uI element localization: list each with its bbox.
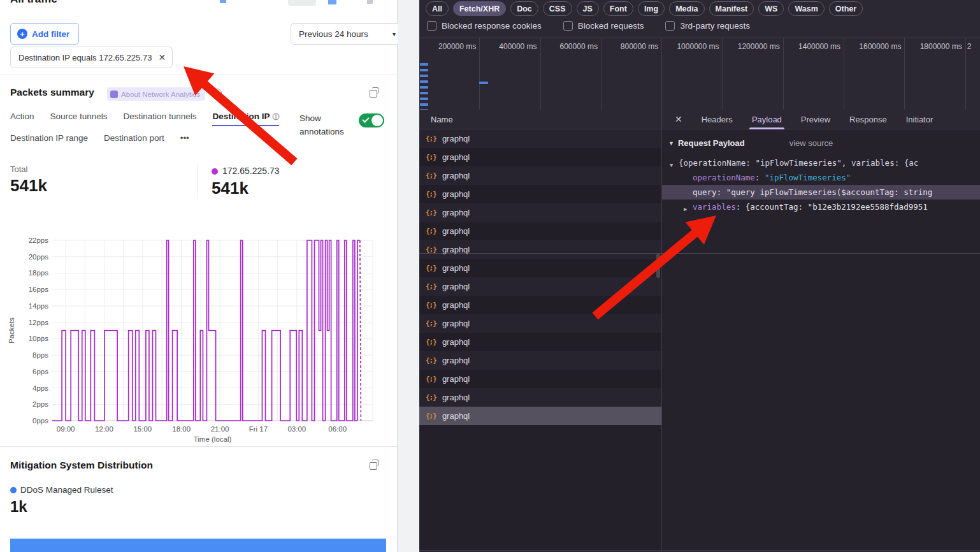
filter-pill-css[interactable]: CSS: [543, 1, 572, 16]
payload-token: :: [717, 187, 726, 197]
about-network-analytics-badge[interactable]: About Network Analytics: [107, 87, 205, 101]
request-name: graphql: [442, 263, 470, 273]
list-scrollbar-thumb[interactable]: [656, 254, 660, 278]
payload-token: :: [755, 173, 765, 182]
filter-pill-img[interactable]: Img: [638, 1, 665, 16]
filter-pill-media[interactable]: Media: [669, 1, 704, 16]
svg-text:22pps: 22pps: [29, 236, 49, 244]
json-braces-icon: {;}: [426, 282, 436, 291]
filter-chip[interactable]: Destination IP equals 172.65.225.73 ✕: [10, 47, 173, 68]
checkbox-label: Blocked response cookies: [442, 21, 542, 31]
timeline-label: 1200000 ms: [723, 38, 783, 110]
tab-destination-tunnels[interactable]: Destination tunnels: [124, 112, 197, 126]
tab-•••[interactable]: •••: [180, 133, 189, 147]
section-divider: [0, 446, 397, 447]
payload-token: "query ipFlowTimeseries($accountTag: str…: [726, 187, 933, 197]
payload-tree: ▼{operationName: "ipFlowTimeseries", var…: [662, 156, 980, 214]
network-request-row[interactable]: {;}graphql: [419, 222, 661, 240]
timeline-label: 1400000 ms: [784, 38, 844, 110]
payload-line[interactable]: operationName: "ipFlowTimeseries": [662, 170, 980, 185]
cut-ui-fragment: [220, 0, 226, 3]
checkbox-blocked-response-cookies[interactable]: Blocked response cookies: [427, 21, 542, 31]
tab-destination-ip-range[interactable]: Destination IP range: [10, 133, 88, 147]
network-timeline-overview[interactable]: 200000 ms400000 ms600000 ms800000 ms1000…: [419, 38, 980, 111]
network-request-row[interactable]: {;}graphql: [419, 296, 661, 314]
payload-token: : {accountTag: "b12e3b2192ee5588fdad9951: [736, 202, 928, 212]
expand-card-icon[interactable]: [370, 462, 377, 470]
requests-list-pane: Name {;}graphql{;}graphql{;}graphql{;}gr…: [419, 110, 661, 552]
payload-line[interactable]: ▶variables: {accountTag: "b12e3b2192ee55…: [662, 200, 980, 214]
toggle-knob: [371, 115, 383, 126]
tree-caret-icon[interactable]: ▶: [684, 202, 687, 217]
network-request-row[interactable]: {;}graphql: [419, 203, 661, 222]
tab-source-tunnels[interactable]: Source tunnels: [50, 112, 108, 126]
detail-tab-headers[interactable]: Headers: [702, 110, 733, 129]
checkbox-blocked-requests[interactable]: Blocked requests: [563, 21, 644, 31]
cut-ui-fragment: [328, 0, 336, 4]
svg-text:12:00: 12:00: [95, 425, 113, 433]
tab-action[interactable]: Action: [10, 112, 34, 126]
svg-text:Fri 17: Fri 17: [249, 425, 268, 433]
json-braces-icon: {;}: [426, 319, 436, 328]
history-icon[interactable]: [213, 89, 222, 98]
packets-summary-title: Packets summary: [10, 87, 94, 98]
detail-tab-initiator[interactable]: Initiator: [906, 110, 933, 129]
payload-line[interactable]: ▼{operationName: "ipFlowTimeseries", var…: [662, 156, 980, 170]
network-request-row[interactable]: {;}graphql: [419, 388, 661, 407]
detail-tab-payload[interactable]: Payload: [752, 110, 782, 129]
payload-line[interactable]: query: "query ipFlowTimeseries($accountT…: [662, 185, 980, 200]
timeline-label: 800000 ms: [602, 38, 662, 110]
filter-pill-fetchxhr[interactable]: Fetch/XHR: [453, 1, 506, 16]
svg-text:2pps: 2pps: [32, 400, 48, 408]
timeline-request-mark: [420, 98, 428, 100]
filter-pill-wasm[interactable]: Wasm: [788, 1, 824, 16]
chevron-down-icon: ▾: [393, 31, 396, 38]
filter-pill-other[interactable]: Other: [829, 1, 863, 16]
filter-pill-all[interactable]: All: [426, 1, 449, 16]
section-divider: [0, 75, 397, 75]
timeline-label: 2: [966, 38, 980, 110]
network-request-row[interactable]: {;}graphql: [419, 240, 661, 259]
collapse-caret-icon[interactable]: ▼: [668, 140, 674, 147]
network-request-row[interactable]: {;}graphql: [419, 351, 661, 370]
close-icon[interactable]: ✕: [158, 52, 166, 62]
add-filter-button[interactable]: + Add filter: [10, 23, 79, 45]
svg-text:6pps: 6pps: [32, 368, 48, 375]
json-braces-icon: {;}: [426, 301, 436, 309]
total-label: Total: [10, 164, 27, 174]
filter-pill-js[interactable]: JS: [577, 1, 599, 16]
request-type-filter-bar: AllFetch/XHRDocCSSJSFontImgMediaManifest…: [426, 1, 863, 16]
close-detail-icon[interactable]: ✕: [675, 114, 682, 124]
timeline-request-mark: [420, 92, 428, 94]
detail-tab-preview[interactable]: Preview: [801, 110, 830, 129]
tab-destination-port[interactable]: Destination port: [104, 133, 164, 147]
network-request-row[interactable]: {;}graphql: [419, 259, 661, 277]
request-detail-pane: ✕HeadersPayloadPreviewResponseInitiator …: [661, 110, 980, 552]
network-request-row[interactable]: {;}graphql: [419, 185, 661, 203]
network-request-row[interactable]: {;}graphql: [419, 407, 661, 425]
request-name: graphql: [442, 356, 470, 365]
json-braces-icon: {;}: [426, 393, 436, 402]
network-request-row[interactable]: {;}graphql: [419, 333, 661, 351]
timeline-request-mark: [420, 69, 428, 71]
network-request-row[interactable]: {;}graphql: [419, 277, 661, 296]
detail-tab-response[interactable]: Response: [849, 110, 887, 129]
show-annotations-toggle[interactable]: [359, 113, 384, 127]
network-request-row[interactable]: {;}graphql: [419, 129, 661, 148]
expand-card-icon[interactable]: [370, 90, 377, 98]
view-source-link[interactable]: view source: [789, 138, 833, 148]
packets-tabs-row1: ActionSource tunnelsDestination tunnelsD…: [10, 112, 279, 126]
request-name: graphql: [442, 134, 470, 143]
filter-pill-font[interactable]: Font: [603, 1, 633, 16]
network-request-row[interactable]: {;}graphql: [419, 166, 661, 185]
checkbox-3rd-party-requests[interactable]: 3rd-party requests: [665, 21, 750, 31]
time-range-select[interactable]: Previous 24 hours ▾: [291, 23, 403, 45]
filter-pill-ws[interactable]: WS: [758, 1, 784, 16]
filter-pill-manifest[interactable]: Manifest: [709, 1, 754, 16]
network-request-row[interactable]: {;}graphql: [419, 148, 661, 166]
name-column-header[interactable]: Name: [419, 110, 661, 129]
network-request-row[interactable]: {;}graphql: [419, 314, 661, 333]
filter-pill-doc[interactable]: Doc: [510, 1, 538, 16]
network-request-row[interactable]: {;}graphql: [419, 370, 661, 388]
tab-destination-ip[interactable]: Destination IPⓘ: [212, 112, 279, 126]
